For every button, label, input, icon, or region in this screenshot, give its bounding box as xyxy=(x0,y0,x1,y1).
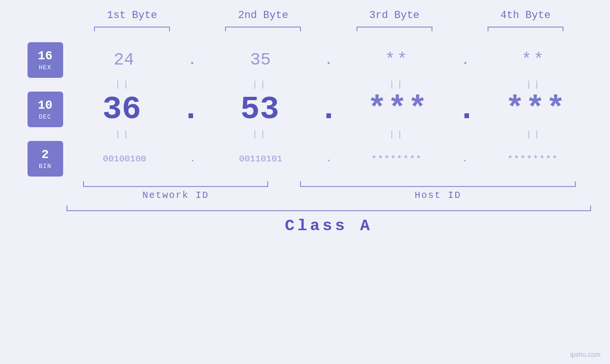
host-bracket-line xyxy=(300,181,576,187)
watermark: ipshu.com xyxy=(570,351,601,358)
byte-header-4-label: 4th Byte xyxy=(500,9,551,21)
network-bracket-line xyxy=(83,181,268,187)
bin-dot-3: . xyxy=(462,153,468,165)
sep-icon-2-3: || xyxy=(389,130,405,139)
dec-value-3: *** xyxy=(367,91,428,128)
bracket-line-2 xyxy=(225,27,301,31)
sep-1-1: || xyxy=(71,80,176,89)
dec-value-4: *** xyxy=(505,91,566,128)
bin-value-2: 00110101 xyxy=(239,154,282,164)
hex-badge-number: 16 xyxy=(38,49,52,64)
dec-dot-1: . xyxy=(181,91,200,128)
bin-badge-col: 2 BIN xyxy=(0,141,66,177)
byte-header-2: 2nd Byte xyxy=(211,9,315,21)
bin-dot-1: . xyxy=(189,153,196,165)
sep-row-1: || || || || xyxy=(0,80,610,89)
hex-val-2: 35 xyxy=(208,50,313,70)
sep-2-2: || xyxy=(208,130,312,139)
dec-value-1: 36 xyxy=(103,91,141,128)
dec-value-2: 53 xyxy=(240,91,279,128)
class-label-row: Class A xyxy=(0,217,610,235)
sep-1-4: || xyxy=(482,80,586,89)
hex-dot-3: . xyxy=(460,51,469,69)
class-bracket-row xyxy=(0,205,610,211)
class-bracket-area xyxy=(66,205,610,211)
hex-value-4: ** xyxy=(521,50,545,70)
sep-values-2: || || || || xyxy=(66,130,610,139)
sep-2-1: || xyxy=(71,130,176,139)
bracket-line-4 xyxy=(488,27,563,31)
hex-values: 24 . 35 . ** . ** xyxy=(66,50,610,70)
sep-2-4: || xyxy=(482,130,586,139)
bin-row: 2 BIN 00100100 . 00110101 . ******** . *… xyxy=(0,141,610,177)
sep-2-3: || xyxy=(345,130,450,139)
byte-headers-row: 1st Byte 2nd Byte 3rd Byte 4th Byte xyxy=(0,9,610,21)
sep-values-1: || || || || xyxy=(66,80,610,89)
hex-dot-2: . xyxy=(324,51,333,69)
dec-badge-number: 10 xyxy=(38,98,52,113)
bin-value-1: 00100100 xyxy=(103,154,146,164)
watermark-text: ipshu.com xyxy=(570,351,601,358)
sep-icon-2-2: || xyxy=(252,130,268,139)
byte-header-1: 1st Byte xyxy=(80,9,184,21)
network-id-label: Network ID xyxy=(142,190,209,201)
bin-val-1: 00100100 xyxy=(72,154,177,164)
host-id-label: Host ID xyxy=(414,190,461,201)
bin-val-4: ******** xyxy=(481,154,585,164)
dec-badge: 10 DEC xyxy=(28,92,63,127)
sep-icon-2-4: || xyxy=(526,130,543,139)
class-label-container: Class A xyxy=(66,217,610,235)
dec-badge-col: 10 DEC xyxy=(0,92,66,127)
sep-row-2: || || || || xyxy=(0,130,610,139)
bin-badge-number: 2 xyxy=(41,148,49,162)
class-bracket-line xyxy=(66,205,591,211)
class-label: Class A xyxy=(285,217,373,235)
hex-row: 16 HEX 24 . 35 . ** . ** xyxy=(0,42,610,78)
bin-value-3: ******** xyxy=(371,154,422,164)
bin-values: 00100100 . 00110101 . ******** . *******… xyxy=(66,153,610,165)
dec-val-4: *** xyxy=(484,91,588,128)
sep-1-3: || xyxy=(345,80,450,89)
bin-badge-label: BIN xyxy=(39,163,51,170)
bin-value-4: ******** xyxy=(507,154,558,164)
bracket-3 xyxy=(342,25,447,34)
bin-val-3: ******** xyxy=(345,154,449,164)
top-brackets-row xyxy=(0,25,610,34)
dec-values: 36 . 53 . *** . *** xyxy=(66,91,610,128)
dec-badge-label: DEC xyxy=(39,113,51,121)
byte-header-2-label: 2nd Byte xyxy=(238,9,289,21)
bracket-line-3 xyxy=(357,27,432,31)
sep-icon-2-1: || xyxy=(115,130,131,139)
sep-icon-1-2: || xyxy=(252,80,268,89)
host-bracket-group: Host ID xyxy=(285,181,591,201)
byte-header-1-label: 1st Byte xyxy=(107,9,157,21)
hex-value-1: 24 xyxy=(113,50,134,70)
byte-headers: 1st Byte 2nd Byte 3rd Byte 4th Byte xyxy=(66,9,610,21)
bin-badge: 2 BIN xyxy=(28,141,63,177)
sep-1-2: || xyxy=(208,80,312,89)
hex-dot-1: . xyxy=(188,51,197,69)
network-bracket-group: Network ID xyxy=(66,181,285,201)
bracket-line-1 xyxy=(94,27,170,31)
dec-val-1: 36 xyxy=(69,91,174,128)
sep-icon-1-1: || xyxy=(115,80,131,89)
hex-badge-label: HEX xyxy=(39,64,51,71)
dec-row: 10 DEC 36 . 53 . *** . *** xyxy=(0,91,610,128)
hex-val-3: ** xyxy=(345,50,449,70)
dec-val-3: *** xyxy=(346,91,450,128)
bracket-2 xyxy=(211,25,315,34)
dec-dot-3: . xyxy=(457,91,477,128)
bracket-1 xyxy=(80,25,184,34)
byte-header-3: 3rd Byte xyxy=(342,9,447,21)
top-brackets xyxy=(66,25,610,34)
sep-icon-1-3: || xyxy=(389,80,405,89)
hex-val-1: 24 xyxy=(72,50,176,70)
hex-badge-col: 16 HEX xyxy=(0,42,66,78)
byte-header-4: 4th Byte xyxy=(473,9,578,21)
bin-val-2: 00110101 xyxy=(208,154,313,164)
dec-val-2: 53 xyxy=(207,91,312,128)
bottom-brackets: Network ID Host ID xyxy=(66,181,610,201)
main-container: 1st Byte 2nd Byte 3rd Byte 4th Byte xyxy=(0,0,610,364)
byte-header-3-label: 3rd Byte xyxy=(369,9,420,21)
dec-dot-2: . xyxy=(319,91,338,128)
